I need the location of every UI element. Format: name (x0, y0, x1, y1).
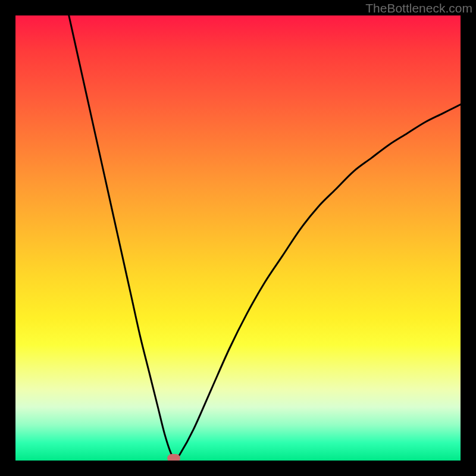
bottleneck-curve (15, 15, 461, 461)
watermark-text: TheBottleneck.com (365, 1, 472, 15)
chart-frame: TheBottleneck.com (0, 0, 476, 476)
plot-area (15, 15, 461, 461)
optimal-point-marker (167, 454, 180, 461)
